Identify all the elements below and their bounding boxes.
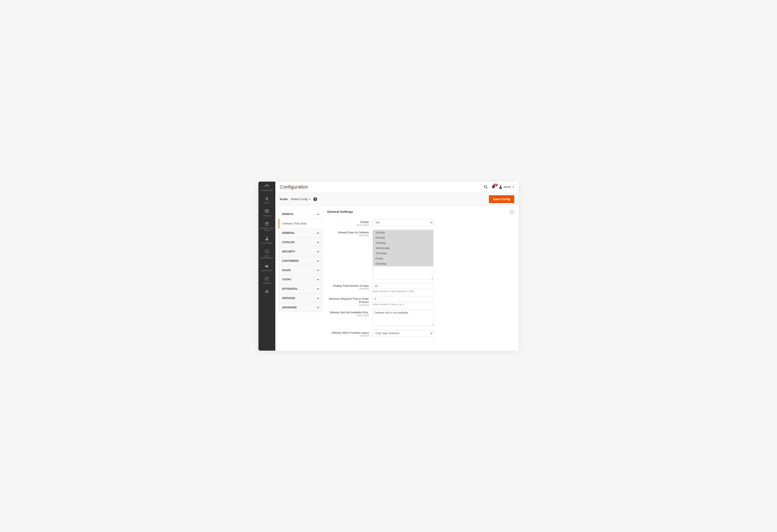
tab-group-catalog[interactable]: CATALOG [279, 238, 323, 247]
svg-point-12 [484, 185, 486, 188]
field-total-days: Display Total Number of Days [website] E… [327, 283, 514, 292]
scope-label: Scope: [280, 197, 288, 201]
scope-bar: Scope: Default Config ▼ ? Save Config [275, 192, 519, 206]
tab-group-customers[interactable]: CUSTOMERS [279, 256, 323, 266]
field-control-col: Yes [373, 219, 433, 226]
svg-rect-3 [267, 224, 267, 224]
field-scope: [website] [327, 304, 369, 306]
sidebar-item-delivery-time-slots[interactable]: DELIVERY TIME SLOTS [258, 220, 275, 234]
layout-select[interactable]: Chip Type Selection [373, 330, 433, 337]
sidebar-item-demo-management[interactable]: DEMO MANAGEMENT [258, 247, 275, 262]
notifications-icon[interactable]: 33 [492, 185, 495, 189]
scope-selector[interactable]: Default Config ▼ [291, 197, 311, 201]
chevron-up-icon [317, 213, 319, 216]
svg-rect-1 [265, 223, 268, 223]
day-option[interactable]: Monday [373, 235, 433, 240]
field-scope: [store view] [327, 224, 369, 226]
tab-group-general[interactable]: GENERAL [279, 228, 323, 238]
chevron-down-icon [317, 306, 319, 309]
field-label: Allowed Days for Delivery [338, 231, 369, 234]
section-title: General Settings [327, 210, 353, 214]
tab-group-services[interactable]: SERVICES [279, 294, 323, 303]
collapse-icon[interactable] [510, 209, 514, 214]
field-label: Minimum Required Time in Order Process [329, 297, 369, 304]
tab-group-security[interactable]: SECURITY [279, 247, 323, 256]
dollar-icon: $ [266, 196, 268, 201]
tab-group-label: YOTPO [282, 278, 291, 281]
content-area: WEBKUL Delivery Time Slots GENERAL CATAL… [275, 206, 519, 351]
day-option[interactable]: Sunday [373, 230, 433, 235]
user-icon [499, 185, 502, 189]
field-label-col: Delivery Slot Not Available Error. [stor… [327, 310, 373, 316]
chevron-down-icon [317, 250, 319, 253]
sidebar-item-reports[interactable] [258, 287, 275, 297]
total-days-input[interactable] [373, 283, 433, 289]
chevron-down-icon [317, 278, 319, 281]
tab-group-label: GENERAL [282, 232, 295, 235]
search-icon[interactable] [484, 185, 488, 189]
field-label-col: Enable [store view] [327, 219, 373, 226]
main-panel: Configuration 33 admin ▼ Scope: Defau [275, 181, 519, 351]
na-error-textarea[interactable]: Delivery slot is not available. [373, 310, 433, 326]
field-control-col: Enter number of days, e.g: 5 [373, 296, 433, 305]
help-icon[interactable]: ? [313, 197, 317, 201]
tab-group-yotpo[interactable]: YOTPO [279, 275, 323, 284]
allowed-days-multiselect[interactable]: Sunday Monday Tuesday Wednesday Thursday… [373, 230, 433, 280]
svg-line-13 [486, 187, 487, 188]
field-control-col: Enter number of days between 0-100 [373, 283, 433, 292]
day-option[interactable]: Tuesday [373, 240, 433, 246]
chevron-down-icon [317, 241, 319, 244]
sidebar-item-sales[interactable]: $ SALES [258, 194, 275, 207]
dashboard-icon [265, 184, 269, 189]
sidebar-item-catalog[interactable]: CATALOG [258, 207, 275, 220]
sidebar-item-content[interactable]: CONTENT [258, 274, 275, 287]
field-scope: [store view] [327, 314, 369, 316]
sidebar-item-customers[interactable]: CUSTOMERS [258, 234, 275, 247]
section-header: General Settings [327, 209, 514, 214]
field-control-col: Chip Type Selection [373, 330, 433, 337]
tab-group-webkul[interactable]: WEBKUL [279, 210, 323, 219]
tab-item-delivery-time-slots[interactable]: Delivery Time Slots [279, 219, 323, 228]
sidebar-item-marketing[interactable]: MARKETING [258, 262, 275, 274]
day-option[interactable]: Thursday [373, 251, 433, 256]
page-title: Configuration [280, 184, 484, 190]
svg-rect-6 [265, 277, 268, 280]
bar-chart-icon [265, 289, 268, 294]
tab-group-dotdigital[interactable]: DOTDIGITAL [279, 284, 323, 294]
tab-group-label: ADVANCED [282, 306, 297, 309]
sidebar-label: CUSTOMERS [261, 242, 273, 244]
day-option[interactable]: Saturday [373, 261, 433, 266]
tab-group-label: SERVICES [282, 297, 295, 300]
chevron-down-icon [317, 297, 319, 300]
cube-icon [265, 209, 269, 214]
config-tabs: WEBKUL Delivery Time Slots GENERAL CATAL… [279, 209, 323, 312]
svg-point-14 [500, 185, 501, 187]
tab-group-label: SALES [282, 269, 291, 272]
scope-value: Default Config [291, 197, 307, 201]
sidebar-label: MARKETING [261, 270, 272, 272]
field-label-col: Delivery Slots Frontend Layout [website] [327, 330, 373, 337]
tab-group-label: CATALOG [282, 241, 295, 244]
field-enable: Enable [store view] Yes [327, 219, 514, 226]
chevron-down-icon: ▼ [512, 186, 514, 188]
sidebar-label: CATALOG [262, 215, 271, 217]
user-menu[interactable]: admin ▼ [499, 185, 514, 189]
field-label-col: Allowed Days for Delivery [website] [327, 230, 373, 237]
user-name: admin [504, 185, 511, 188]
field-scope: [website] [327, 335, 369, 337]
min-time-input[interactable] [373, 296, 433, 302]
save-config-button[interactable]: Save Config [489, 195, 514, 203]
svg-rect-2 [266, 224, 266, 224]
day-option[interactable]: Wednesday [373, 246, 433, 251]
tab-group-sales[interactable]: SALES [279, 266, 323, 275]
hexagon-icon [265, 249, 269, 254]
field-label: Enable [360, 221, 369, 224]
enable-select[interactable]: Yes [373, 219, 433, 226]
tab-group-advanced[interactable]: ADVANCED [279, 303, 323, 312]
sidebar-item-dashboard[interactable]: DASHBOARD [258, 181, 275, 194]
field-control-col: Sunday Monday Tuesday Wednesday Thursday… [373, 230, 433, 280]
chevron-down-icon [317, 232, 319, 235]
day-option[interactable]: Friday [373, 256, 433, 261]
calendar-icon [265, 222, 268, 227]
chevron-down-icon: ▼ [309, 198, 311, 200]
